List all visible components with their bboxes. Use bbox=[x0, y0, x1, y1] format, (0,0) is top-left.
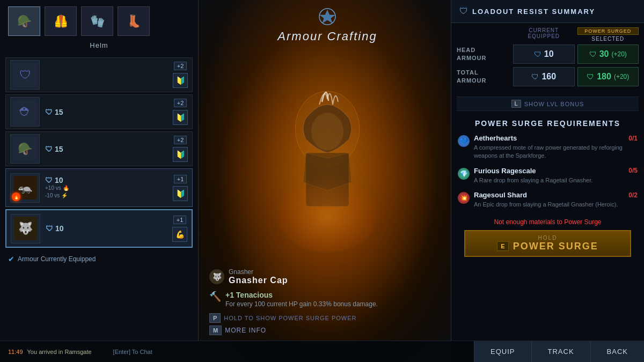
e-key-badge: E bbox=[497, 241, 508, 251]
chest-icon: 🦺 bbox=[54, 14, 68, 28]
perk-icon: 💪 bbox=[172, 227, 187, 242]
power-surge-btn-text: POWER SURGE bbox=[513, 241, 598, 252]
req-count: 0/5 bbox=[628, 167, 638, 174]
head-armour-row: HEAD ARMOUR 🛡 10 🛡 30 (+20) bbox=[457, 45, 639, 64]
item-name: Gnasher Cap bbox=[229, 276, 288, 285]
req-header: Ragesoul Shard 0/2 bbox=[474, 191, 638, 199]
armour-item[interactable]: 🦡 🔥 🛡 10 +10 vs 🔥 -10 vs ⚡ +1 🔰 bbox=[5, 168, 193, 207]
resist-summary-header: 🛡 LOADOUT RESIST SUMMARY bbox=[451, 0, 644, 23]
armour-item[interactable]: 🪖 🛡 15 +2 🔰 bbox=[5, 131, 193, 166]
shield-icon-total-sel: 🛡 bbox=[587, 72, 594, 81]
hold-text: HOLD TO SHOW POWER SURGE POWER bbox=[224, 315, 356, 321]
armour-stats: 🛡 15 bbox=[45, 145, 173, 153]
perk-icon: 🔰 bbox=[173, 73, 188, 88]
armour-thumb: ⛑ bbox=[10, 97, 40, 127]
req-content: Aetherhearts 0/1 A compressed mote of ra… bbox=[474, 134, 638, 160]
l-key-badge: L bbox=[511, 100, 521, 108]
svg-marker-1 bbox=[320, 10, 335, 23]
head-armour-current-box: 🛡 10 bbox=[513, 45, 575, 64]
armour-item[interactable]: ⛑ 🛡 15 +2 🔰 bbox=[5, 94, 193, 129]
total-armour-selected-box: 🛡 180 (+20) bbox=[577, 67, 639, 86]
req-name: Aetherhearts bbox=[474, 134, 517, 142]
helm-thumb-icon: 🛡 bbox=[19, 68, 31, 82]
perk-desc: For every 100 current HP gain 0.33% bonu… bbox=[225, 299, 378, 309]
shield-icon-cur: 🛡 bbox=[534, 50, 541, 58]
power-surge-button[interactable]: HOLD E POWER SURGE bbox=[464, 230, 631, 257]
armour-item-gnasher[interactable]: 🐺 🛡 10 +1 💪 bbox=[5, 209, 193, 248]
left-panel: 🪖 🦺 🧤 👢 Helm 🛡 +2 🔰 bbox=[0, 0, 199, 362]
m-key-badge: M bbox=[209, 326, 222, 335]
total-armour-current-val: 160 bbox=[541, 72, 556, 82]
p-key-badge: P bbox=[209, 313, 221, 323]
ragescale-icon: 💎 bbox=[458, 168, 470, 180]
resist-col-headers: CURRENT EQUIPPED POWER SURGED SELECTED bbox=[457, 27, 639, 42]
perk-hammer-icon: 🔨 bbox=[209, 291, 221, 302]
bottom-time: 11:49 bbox=[8, 349, 23, 355]
show-lvl-bar[interactable]: L SHOW LVL BONUS bbox=[457, 97, 639, 111]
armour-stats: 🛡 15 bbox=[45, 108, 173, 116]
equip-button[interactable]: EQUIP bbox=[474, 341, 531, 362]
armour-thumb: 🐺 bbox=[11, 214, 40, 243]
armour-item[interactable]: 🛡 +2 🔰 bbox=[5, 57, 193, 92]
slot-tab-helm[interactable]: 🪖 bbox=[8, 6, 40, 36]
legs-icon: 👢 bbox=[127, 14, 141, 28]
req-count: 0/1 bbox=[628, 135, 638, 142]
slot-tab-arms[interactable]: 🧤 bbox=[81, 6, 113, 36]
stat-shield: 🛡 15 bbox=[45, 145, 173, 153]
dauntless-logo-icon bbox=[319, 8, 336, 25]
more-info-row[interactable]: M MORE INFO bbox=[209, 326, 445, 335]
slot-label: Helm bbox=[0, 40, 198, 55]
armour-stats: 🛡 10 bbox=[46, 224, 172, 233]
bottom-chat-hint: [Enter] To Chat bbox=[113, 349, 152, 355]
shield-icon-sel: 🛡 bbox=[589, 50, 597, 58]
head-armour-label: HEAD ARMOUR bbox=[457, 46, 510, 63]
gnasher-helm-icon: 🐺 bbox=[18, 221, 33, 235]
perk-name: +1 Tenacious bbox=[225, 291, 378, 299]
req-count: 0/2 bbox=[628, 191, 638, 199]
head-armour-current-val: 10 bbox=[544, 49, 554, 59]
helm-thumb-icon3: 🪖 bbox=[18, 142, 32, 156]
total-armour-selected-val: 180 bbox=[597, 72, 611, 82]
req-content: Furious Ragescale 0/5 A Rare drop from s… bbox=[474, 167, 638, 184]
ragesoul-icon: 💥 bbox=[458, 192, 470, 204]
perk-icon: 🔰 bbox=[173, 110, 188, 125]
slot-tabs: 🪖 🦺 🧤 👢 bbox=[0, 0, 198, 40]
page-title: Armour Crafting bbox=[199, 29, 456, 43]
slot-tab-legs[interactable]: 👢 bbox=[118, 6, 150, 36]
power-surge-section: POWER SURGE REQUIREMENTS 💙 Aetherhearts … bbox=[451, 114, 644, 262]
resist-table: CURRENT EQUIPPED POWER SURGED SELECTED H… bbox=[451, 23, 644, 94]
total-armour-delta: (+20) bbox=[614, 73, 629, 80]
not-enough-text: Not enough materials to Power Surge bbox=[458, 216, 638, 230]
req-desc: An Epic drop from slaying a Ragetail Gna… bbox=[474, 201, 638, 209]
col-selected-label: SELECTED bbox=[577, 36, 639, 42]
bottom-bar: 11:49 You arrived in Ramsgate [Enter] To… bbox=[0, 341, 644, 362]
back-button[interactable]: BACK bbox=[590, 341, 644, 362]
bottom-buttons: EQUIP TRACK BACK bbox=[474, 341, 644, 362]
plus-badge: +2 bbox=[174, 99, 187, 107]
armour-stats: 🛡 10 +10 vs 🔥 -10 vs ⚡ bbox=[45, 176, 173, 200]
checkmark-icon: ✔ bbox=[8, 255, 14, 263]
shield-header-icon: 🛡 bbox=[459, 6, 468, 16]
item-type: Gnasher bbox=[229, 268, 288, 276]
helm-icon: 🪖 bbox=[17, 14, 32, 28]
req-header: Furious Ragescale 0/5 bbox=[474, 167, 638, 175]
show-lvl-text: SHOW LVL BONUS bbox=[524, 101, 584, 107]
track-button[interactable]: TRACK bbox=[531, 341, 590, 362]
stat-shield: 🛡 10 bbox=[46, 224, 172, 233]
plus-badge: +1 bbox=[173, 216, 187, 224]
req-desc: A Rare drop from slaying a Ragetail Gnas… bbox=[474, 176, 638, 184]
stat-shield: 🛡 10 bbox=[45, 176, 173, 184]
item-title-row: 🐺 Gnasher Gnasher Cap bbox=[209, 268, 445, 285]
helm-thumb-icon4: 🦡 bbox=[18, 181, 32, 195]
perk-icon: 🔰 bbox=[173, 147, 188, 162]
svg-point-3 bbox=[311, 113, 343, 150]
center-info: 🐺 Gnasher Gnasher Cap 🔨 +1 Tenacious For… bbox=[199, 263, 456, 341]
req-name: Furious Ragescale bbox=[474, 167, 536, 175]
armour-list: 🛡 +2 🔰 ⛑ 🛡 15 +2 bbox=[0, 55, 198, 250]
perk-icon: 🔰 bbox=[173, 186, 188, 201]
plus-badge: +2 bbox=[174, 136, 187, 144]
aetherhearts-icon: 💙 bbox=[458, 135, 470, 147]
total-armour-current-box: 🛡 160 bbox=[513, 67, 575, 86]
slot-tab-chest[interactable]: 🦺 bbox=[45, 6, 77, 36]
equipped-label: ✔ Armour Currently Equipped bbox=[0, 250, 198, 268]
